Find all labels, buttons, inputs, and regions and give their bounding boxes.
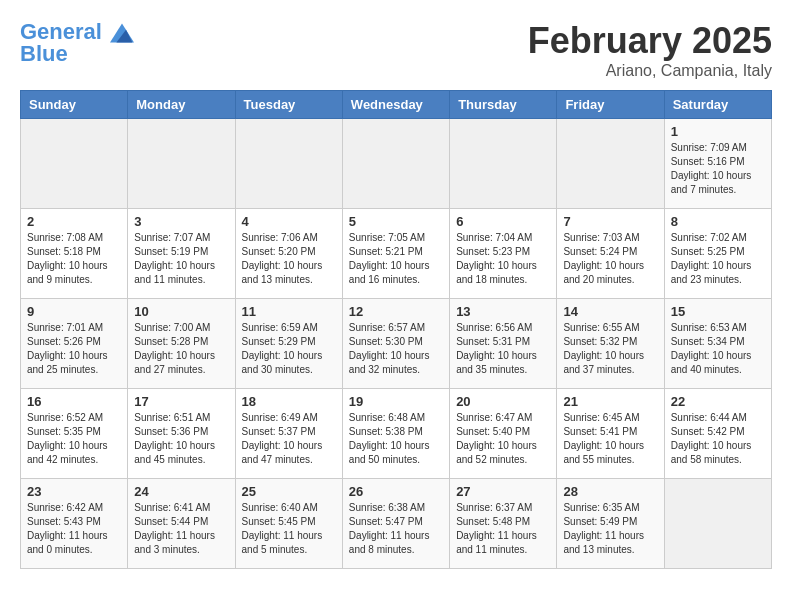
day-number: 9 — [27, 304, 121, 319]
day-info: Sunrise: 7:02 AM Sunset: 5:25 PM Dayligh… — [671, 231, 765, 287]
day-info: Sunrise: 6:48 AM Sunset: 5:38 PM Dayligh… — [349, 411, 443, 467]
calendar-cell: 13Sunrise: 6:56 AM Sunset: 5:31 PM Dayli… — [450, 299, 557, 389]
day-info: Sunrise: 7:00 AM Sunset: 5:28 PM Dayligh… — [134, 321, 228, 377]
day-info: Sunrise: 6:44 AM Sunset: 5:42 PM Dayligh… — [671, 411, 765, 467]
day-info: Sunrise: 6:45 AM Sunset: 5:41 PM Dayligh… — [563, 411, 657, 467]
day-info: Sunrise: 6:53 AM Sunset: 5:34 PM Dayligh… — [671, 321, 765, 377]
day-info: Sunrise: 6:59 AM Sunset: 5:29 PM Dayligh… — [242, 321, 336, 377]
day-info: Sunrise: 7:06 AM Sunset: 5:20 PM Dayligh… — [242, 231, 336, 287]
calendar-cell — [342, 119, 449, 209]
calendar-cell: 24Sunrise: 6:41 AM Sunset: 5:44 PM Dayli… — [128, 479, 235, 569]
day-number: 27 — [456, 484, 550, 499]
calendar-cell — [235, 119, 342, 209]
day-info: Sunrise: 7:08 AM Sunset: 5:18 PM Dayligh… — [27, 231, 121, 287]
day-number: 7 — [563, 214, 657, 229]
calendar-cell: 22Sunrise: 6:44 AM Sunset: 5:42 PM Dayli… — [664, 389, 771, 479]
day-info: Sunrise: 6:42 AM Sunset: 5:43 PM Dayligh… — [27, 501, 121, 557]
calendar-cell: 5Sunrise: 7:05 AM Sunset: 5:21 PM Daylig… — [342, 209, 449, 299]
day-number: 16 — [27, 394, 121, 409]
calendar-cell: 20Sunrise: 6:47 AM Sunset: 5:40 PM Dayli… — [450, 389, 557, 479]
calendar-week-row: 16Sunrise: 6:52 AM Sunset: 5:35 PM Dayli… — [21, 389, 772, 479]
calendar-week-row: 2Sunrise: 7:08 AM Sunset: 5:18 PM Daylig… — [21, 209, 772, 299]
calendar-cell: 28Sunrise: 6:35 AM Sunset: 5:49 PM Dayli… — [557, 479, 664, 569]
day-number: 10 — [134, 304, 228, 319]
day-number: 17 — [134, 394, 228, 409]
calendar-cell: 10Sunrise: 7:00 AM Sunset: 5:28 PM Dayli… — [128, 299, 235, 389]
calendar-table: SundayMondayTuesdayWednesdayThursdayFrid… — [20, 90, 772, 569]
weekday-header: Wednesday — [342, 91, 449, 119]
calendar-cell: 19Sunrise: 6:48 AM Sunset: 5:38 PM Dayli… — [342, 389, 449, 479]
calendar-cell — [128, 119, 235, 209]
calendar-cell: 18Sunrise: 6:49 AM Sunset: 5:37 PM Dayli… — [235, 389, 342, 479]
day-number: 13 — [456, 304, 550, 319]
month-title: February 2025 — [528, 20, 772, 62]
calendar-cell: 9Sunrise: 7:01 AM Sunset: 5:26 PM Daylig… — [21, 299, 128, 389]
day-info: Sunrise: 7:01 AM Sunset: 5:26 PM Dayligh… — [27, 321, 121, 377]
day-number: 5 — [349, 214, 443, 229]
day-number: 26 — [349, 484, 443, 499]
calendar-cell: 26Sunrise: 6:38 AM Sunset: 5:47 PM Dayli… — [342, 479, 449, 569]
calendar-cell: 16Sunrise: 6:52 AM Sunset: 5:35 PM Dayli… — [21, 389, 128, 479]
weekday-header: Sunday — [21, 91, 128, 119]
day-number: 28 — [563, 484, 657, 499]
calendar-cell — [21, 119, 128, 209]
day-info: Sunrise: 6:38 AM Sunset: 5:47 PM Dayligh… — [349, 501, 443, 557]
calendar-cell: 3Sunrise: 7:07 AM Sunset: 5:19 PM Daylig… — [128, 209, 235, 299]
day-info: Sunrise: 7:03 AM Sunset: 5:24 PM Dayligh… — [563, 231, 657, 287]
location-subtitle: Ariano, Campania, Italy — [528, 62, 772, 80]
day-number: 19 — [349, 394, 443, 409]
weekday-header: Friday — [557, 91, 664, 119]
calendar-cell: 21Sunrise: 6:45 AM Sunset: 5:41 PM Dayli… — [557, 389, 664, 479]
weekday-header: Monday — [128, 91, 235, 119]
day-info: Sunrise: 6:51 AM Sunset: 5:36 PM Dayligh… — [134, 411, 228, 467]
day-number: 22 — [671, 394, 765, 409]
weekday-header: Thursday — [450, 91, 557, 119]
day-number: 14 — [563, 304, 657, 319]
calendar-cell: 23Sunrise: 6:42 AM Sunset: 5:43 PM Dayli… — [21, 479, 128, 569]
calendar-week-row: 9Sunrise: 7:01 AM Sunset: 5:26 PM Daylig… — [21, 299, 772, 389]
calendar-week-row: 23Sunrise: 6:42 AM Sunset: 5:43 PM Dayli… — [21, 479, 772, 569]
calendar-cell: 27Sunrise: 6:37 AM Sunset: 5:48 PM Dayli… — [450, 479, 557, 569]
calendar-cell: 6Sunrise: 7:04 AM Sunset: 5:23 PM Daylig… — [450, 209, 557, 299]
calendar-cell: 12Sunrise: 6:57 AM Sunset: 5:30 PM Dayli… — [342, 299, 449, 389]
title-block: February 2025 Ariano, Campania, Italy — [528, 20, 772, 80]
calendar-cell — [450, 119, 557, 209]
calendar-cell: 25Sunrise: 6:40 AM Sunset: 5:45 PM Dayli… — [235, 479, 342, 569]
day-info: Sunrise: 7:04 AM Sunset: 5:23 PM Dayligh… — [456, 231, 550, 287]
calendar-header-row: SundayMondayTuesdayWednesdayThursdayFrid… — [21, 91, 772, 119]
calendar-cell: 1Sunrise: 7:09 AM Sunset: 5:16 PM Daylig… — [664, 119, 771, 209]
day-number: 4 — [242, 214, 336, 229]
day-info: Sunrise: 6:47 AM Sunset: 5:40 PM Dayligh… — [456, 411, 550, 467]
day-number: 21 — [563, 394, 657, 409]
calendar-cell: 4Sunrise: 7:06 AM Sunset: 5:20 PM Daylig… — [235, 209, 342, 299]
day-number: 1 — [671, 124, 765, 139]
day-number: 3 — [134, 214, 228, 229]
day-number: 24 — [134, 484, 228, 499]
logo: General Blue — [20, 20, 134, 67]
page-header: General Blue February 2025 Ariano, Campa… — [20, 20, 772, 80]
day-info: Sunrise: 6:57 AM Sunset: 5:30 PM Dayligh… — [349, 321, 443, 377]
calendar-cell: 8Sunrise: 7:02 AM Sunset: 5:25 PM Daylig… — [664, 209, 771, 299]
day-number: 20 — [456, 394, 550, 409]
day-info: Sunrise: 6:41 AM Sunset: 5:44 PM Dayligh… — [134, 501, 228, 557]
weekday-header: Tuesday — [235, 91, 342, 119]
calendar-cell: 11Sunrise: 6:59 AM Sunset: 5:29 PM Dayli… — [235, 299, 342, 389]
calendar-cell: 17Sunrise: 6:51 AM Sunset: 5:36 PM Dayli… — [128, 389, 235, 479]
day-info: Sunrise: 6:35 AM Sunset: 5:49 PM Dayligh… — [563, 501, 657, 557]
day-number: 2 — [27, 214, 121, 229]
day-number: 15 — [671, 304, 765, 319]
day-number: 25 — [242, 484, 336, 499]
day-info: Sunrise: 6:40 AM Sunset: 5:45 PM Dayligh… — [242, 501, 336, 557]
day-number: 12 — [349, 304, 443, 319]
day-number: 23 — [27, 484, 121, 499]
day-number: 11 — [242, 304, 336, 319]
calendar-week-row: 1Sunrise: 7:09 AM Sunset: 5:16 PM Daylig… — [21, 119, 772, 209]
day-info: Sunrise: 6:56 AM Sunset: 5:31 PM Dayligh… — [456, 321, 550, 377]
day-info: Sunrise: 6:49 AM Sunset: 5:37 PM Dayligh… — [242, 411, 336, 467]
calendar-cell: 2Sunrise: 7:08 AM Sunset: 5:18 PM Daylig… — [21, 209, 128, 299]
calendar-cell: 7Sunrise: 7:03 AM Sunset: 5:24 PM Daylig… — [557, 209, 664, 299]
day-info: Sunrise: 6:52 AM Sunset: 5:35 PM Dayligh… — [27, 411, 121, 467]
calendar-cell: 15Sunrise: 6:53 AM Sunset: 5:34 PM Dayli… — [664, 299, 771, 389]
day-info: Sunrise: 7:07 AM Sunset: 5:19 PM Dayligh… — [134, 231, 228, 287]
calendar-cell — [557, 119, 664, 209]
